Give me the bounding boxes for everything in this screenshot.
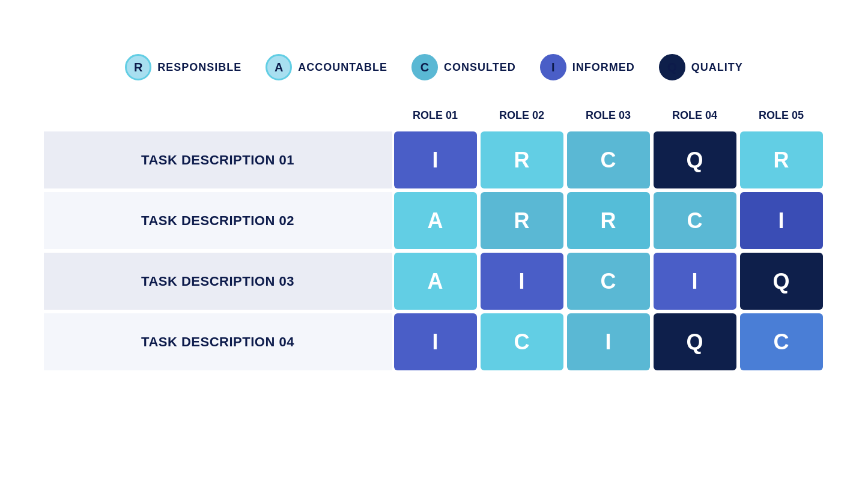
matrix-header-role-4: ROLE 04 <box>652 104 738 127</box>
matrix-header-role-1: ROLE 01 <box>392 104 479 127</box>
matrix-cell-r4-c4: Q <box>654 313 736 370</box>
legend-badge-q: Q <box>659 54 685 80</box>
matrix-cell-r3-c3: C <box>567 253 650 310</box>
matrix-header-empty <box>44 104 392 127</box>
legend: R RESPONSIBLE A ACCOUNTABLE C CONSULTED … <box>125 54 742 80</box>
matrix-row-4: TASK DESCRIPTION 04ICIQC <box>44 313 825 370</box>
legend-label-c: CONSULTED <box>444 61 516 74</box>
matrix-cell-r3-c5: Q <box>740 253 823 310</box>
matrix-row-1: TASK DESCRIPTION 01IRCQR <box>44 131 825 188</box>
legend-label-a: ACCOUNTABLE <box>298 61 387 74</box>
legend-item-c: C CONSULTED <box>411 54 516 80</box>
matrix-cell-r3-c2: I <box>481 253 563 310</box>
legend-label-q: QUALITY <box>691 61 743 74</box>
matrix-cell-r4-c2: C <box>481 313 563 370</box>
matrix-cell-r2-c3: R <box>567 192 650 249</box>
matrix-cell-r2-c4: C <box>654 192 736 249</box>
matrix-cell-r1-c5: R <box>740 131 823 188</box>
matrix-cell-r2-c5: I <box>740 192 823 249</box>
matrix-header-role-3: ROLE 03 <box>565 104 652 127</box>
legend-item-a: A ACCOUNTABLE <box>266 54 387 80</box>
task-description-3: TASK DESCRIPTION 03 <box>44 253 392 310</box>
matrix-cell-r1-c1: I <box>394 131 477 188</box>
matrix-row-2: TASK DESCRIPTION 02ARRCI <box>44 192 825 249</box>
legend-item-r: R RESPONSIBLE <box>125 54 241 80</box>
legend-label-r: RESPONSIBLE <box>157 61 241 74</box>
matrix-row-3: TASK DESCRIPTION 03AICIQ <box>44 253 825 310</box>
matrix-cell-r4-c5: C <box>740 313 823 370</box>
legend-badge-i: I <box>540 54 566 80</box>
matrix-header-row: ROLE 01ROLE 02ROLE 03ROLE 04ROLE 05 <box>44 104 825 127</box>
matrix-cell-r1-c3: C <box>567 131 650 188</box>
matrix-cell-r1-c4: Q <box>654 131 736 188</box>
matrix-cell-r1-c2: R <box>481 131 563 188</box>
task-description-1: TASK DESCRIPTION 01 <box>44 131 392 188</box>
matrix-cell-r2-c1: A <box>394 192 477 249</box>
matrix-cell-r2-c2: R <box>481 192 563 249</box>
legend-badge-a: A <box>266 54 292 80</box>
legend-badge-c: C <box>411 54 438 80</box>
task-description-4: TASK DESCRIPTION 04 <box>44 313 392 370</box>
task-description-2: TASK DESCRIPTION 02 <box>44 192 392 249</box>
matrix-cell-r4-c1: I <box>394 313 477 370</box>
matrix: ROLE 01ROLE 02ROLE 03ROLE 04ROLE 05 TASK… <box>44 104 825 374</box>
matrix-cell-r4-c3: I <box>567 313 650 370</box>
matrix-header-role-5: ROLE 05 <box>738 104 825 127</box>
matrix-cell-r3-c4: I <box>654 253 736 310</box>
legend-badge-r: R <box>125 54 151 80</box>
matrix-cell-r3-c1: A <box>394 253 477 310</box>
legend-label-i: INFORMED <box>572 61 635 74</box>
matrix-header-role-2: ROLE 02 <box>479 104 565 127</box>
legend-item-q: Q QUALITY <box>659 54 743 80</box>
legend-item-i: I INFORMED <box>540 54 635 80</box>
